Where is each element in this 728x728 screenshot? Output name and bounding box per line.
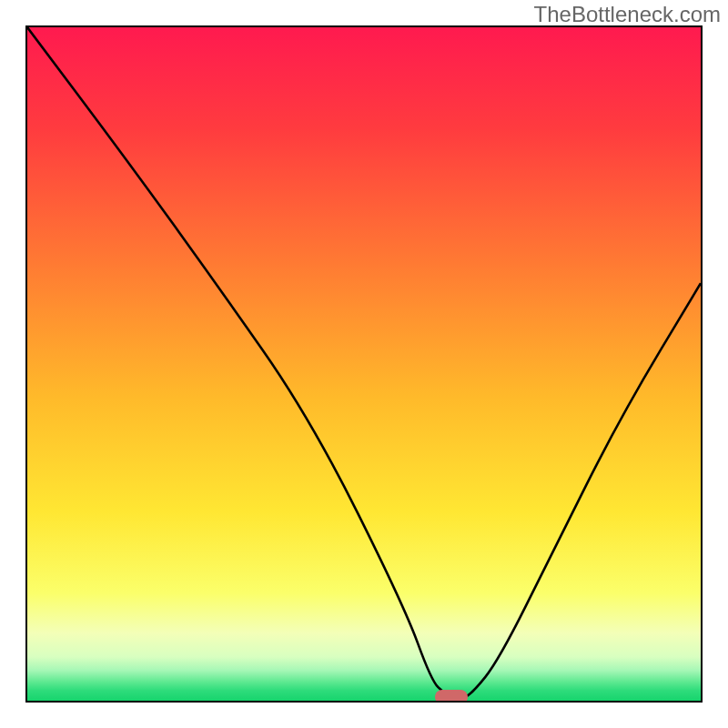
- chart-marker: [435, 690, 468, 703]
- chart-curve: [27, 27, 701, 701]
- chart-plot-area: [25, 25, 703, 703]
- watermark-text: TheBottleneck.com: [534, 2, 721, 27]
